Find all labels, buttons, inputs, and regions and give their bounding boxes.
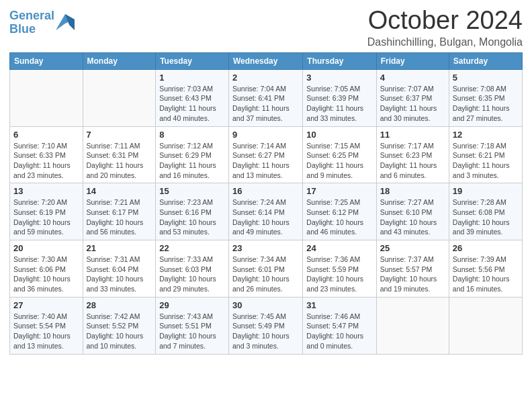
day-info: Sunrise: 7:21 AMSunset: 6:17 PMDaylight:… (87, 197, 152, 237)
header: General Blue October 2024 Dashinchilling… (9, 7, 523, 48)
day-info: Sunrise: 7:24 AMSunset: 6:14 PMDaylight:… (232, 197, 299, 237)
calendar-cell: 30Sunrise: 7:45 AMSunset: 5:49 PMDayligh… (229, 297, 303, 354)
calendar-cell: 10Sunrise: 7:15 AMSunset: 6:25 PMDayligh… (303, 126, 376, 183)
calendar-cell: 23Sunrise: 7:34 AMSunset: 6:01 PMDayligh… (229, 240, 303, 298)
col-thursday: Thursday (303, 52, 376, 69)
day-number: 31 (306, 300, 372, 310)
day-info: Sunrise: 7:11 AMSunset: 6:31 PMDaylight:… (87, 141, 152, 181)
col-saturday: Saturday (449, 52, 522, 69)
day-info: Sunrise: 7:37 AMSunset: 5:57 PMDaylight:… (380, 255, 445, 294)
location-subtitle: Dashinchilling, Bulgan, Mongolia (367, 36, 523, 48)
day-info: Sunrise: 7:33 AMSunset: 6:03 PMDaylight:… (159, 255, 225, 294)
day-number: 14 (87, 186, 152, 196)
logo-bird-icon (56, 14, 75, 30)
calendar-cell: 15Sunrise: 7:23 AMSunset: 6:16 PMDayligh… (156, 183, 229, 240)
calendar-cell: 20Sunrise: 7:30 AMSunset: 6:06 PMDayligh… (10, 240, 83, 298)
day-number: 5 (453, 73, 519, 83)
logo: General Blue (9, 9, 75, 36)
day-info: Sunrise: 7:10 AMSunset: 6:33 PMDaylight:… (13, 141, 79, 181)
day-number: 3 (306, 73, 372, 83)
calendar-cell (10, 69, 83, 126)
calendar-cell: 31Sunrise: 7:46 AMSunset: 5:47 PMDayligh… (303, 297, 376, 354)
calendar-cell: 21Sunrise: 7:31 AMSunset: 6:04 PMDayligh… (83, 240, 156, 298)
logo-text: General (9, 9, 54, 23)
day-info: Sunrise: 7:08 AMSunset: 6:35 PMDaylight:… (453, 84, 519, 124)
day-number: 15 (159, 186, 225, 196)
day-number: 4 (380, 73, 445, 83)
day-info: Sunrise: 7:12 AMSunset: 6:29 PMDaylight:… (159, 141, 225, 181)
day-info: Sunrise: 7:42 AMSunset: 5:52 PMDaylight:… (87, 312, 152, 351)
calendar-cell: 28Sunrise: 7:42 AMSunset: 5:52 PMDayligh… (83, 297, 156, 354)
calendar-cell: 4Sunrise: 7:07 AMSunset: 6:37 PMDaylight… (376, 69, 449, 126)
calendar-cell (449, 297, 522, 354)
day-info: Sunrise: 7:45 AMSunset: 5:49 PMDaylight:… (232, 312, 299, 351)
day-info: Sunrise: 7:14 AMSunset: 6:27 PMDaylight:… (232, 141, 299, 181)
day-info: Sunrise: 7:34 AMSunset: 6:01 PMDaylight:… (232, 255, 299, 294)
day-number: 22 (159, 243, 225, 253)
calendar-cell: 22Sunrise: 7:33 AMSunset: 6:03 PMDayligh… (156, 240, 229, 298)
calendar-cell: 14Sunrise: 7:21 AMSunset: 6:17 PMDayligh… (83, 183, 156, 240)
day-number: 28 (87, 300, 152, 310)
day-info: Sunrise: 7:07 AMSunset: 6:37 PMDaylight:… (380, 84, 445, 124)
day-number: 27 (13, 300, 79, 310)
day-info: Sunrise: 7:15 AMSunset: 6:25 PMDaylight:… (306, 141, 372, 181)
calendar-cell: 5Sunrise: 7:08 AMSunset: 6:35 PMDaylight… (449, 69, 522, 126)
calendar-cell: 11Sunrise: 7:17 AMSunset: 6:23 PMDayligh… (376, 126, 449, 183)
calendar-cell: 26Sunrise: 7:39 AMSunset: 5:56 PMDayligh… (449, 240, 522, 298)
day-info: Sunrise: 7:40 AMSunset: 5:54 PMDaylight:… (13, 312, 79, 351)
calendar-cell: 2Sunrise: 7:04 AMSunset: 6:41 PMDaylight… (229, 69, 303, 126)
col-friday: Friday (376, 52, 449, 69)
calendar-cell: 24Sunrise: 7:36 AMSunset: 5:59 PMDayligh… (303, 240, 376, 298)
day-number: 8 (159, 130, 225, 140)
day-info: Sunrise: 7:18 AMSunset: 6:21 PMDaylight:… (453, 141, 519, 181)
day-number: 6 (13, 130, 79, 140)
day-number: 29 (159, 300, 225, 310)
day-number: 12 (453, 130, 519, 140)
day-info: Sunrise: 7:43 AMSunset: 5:51 PMDaylight:… (159, 312, 225, 351)
title-block: October 2024 Dashinchilling, Bulgan, Mon… (367, 7, 523, 48)
day-number: 7 (87, 130, 152, 140)
calendar-cell: 8Sunrise: 7:12 AMSunset: 6:29 PMDaylight… (156, 126, 229, 183)
calendar-cell: 25Sunrise: 7:37 AMSunset: 5:57 PMDayligh… (376, 240, 449, 298)
day-info: Sunrise: 7:25 AMSunset: 6:12 PMDaylight:… (306, 197, 372, 237)
day-number: 26 (453, 243, 519, 253)
col-wednesday: Wednesday (229, 52, 303, 69)
day-info: Sunrise: 7:05 AMSunset: 6:39 PMDaylight:… (306, 84, 372, 124)
calendar-cell: 29Sunrise: 7:43 AMSunset: 5:51 PMDayligh… (156, 297, 229, 354)
calendar-cell: 17Sunrise: 7:25 AMSunset: 6:12 PMDayligh… (303, 183, 376, 240)
logo-blue-text: Blue (9, 22, 36, 36)
logo-general: General (9, 9, 54, 22)
calendar-cell: 19Sunrise: 7:28 AMSunset: 6:08 PMDayligh… (449, 183, 522, 240)
day-info: Sunrise: 7:23 AMSunset: 6:16 PMDaylight:… (159, 197, 225, 237)
day-number: 10 (306, 130, 372, 140)
day-info: Sunrise: 7:17 AMSunset: 6:23 PMDaylight:… (380, 141, 445, 181)
day-number: 30 (232, 300, 299, 310)
day-number: 24 (306, 243, 372, 253)
day-number: 11 (380, 130, 445, 140)
col-tuesday: Tuesday (156, 52, 229, 69)
day-number: 1 (159, 73, 225, 83)
calendar-cell: 13Sunrise: 7:20 AMSunset: 6:19 PMDayligh… (10, 183, 83, 240)
day-info: Sunrise: 7:27 AMSunset: 6:10 PMDaylight:… (380, 197, 445, 237)
day-info: Sunrise: 7:03 AMSunset: 6:43 PMDaylight:… (159, 84, 225, 124)
calendar-cell: 6Sunrise: 7:10 AMSunset: 6:33 PMDaylight… (10, 126, 83, 183)
col-monday: Monday (83, 52, 156, 69)
calendar-cell: 1Sunrise: 7:03 AMSunset: 6:43 PMDaylight… (156, 69, 229, 126)
day-number: 25 (380, 243, 445, 253)
month-title: October 2024 (367, 7, 523, 35)
day-number: 19 (453, 186, 519, 196)
day-number: 21 (87, 243, 152, 253)
calendar-cell (83, 69, 156, 126)
page: General Blue October 2024 Dashinchilling… (0, 0, 532, 411)
col-sunday: Sunday (10, 52, 83, 69)
calendar-cell: 27Sunrise: 7:40 AMSunset: 5:54 PMDayligh… (10, 297, 83, 354)
day-number: 13 (13, 186, 79, 196)
day-number: 16 (232, 186, 299, 196)
day-info: Sunrise: 7:20 AMSunset: 6:19 PMDaylight:… (13, 197, 79, 237)
calendar-cell: 3Sunrise: 7:05 AMSunset: 6:39 PMDaylight… (303, 69, 376, 126)
day-number: 23 (232, 243, 299, 253)
logo-blue: Blue (9, 23, 54, 36)
day-number: 17 (306, 186, 372, 196)
day-info: Sunrise: 7:46 AMSunset: 5:47 PMDaylight:… (306, 312, 372, 351)
day-info: Sunrise: 7:39 AMSunset: 5:56 PMDaylight:… (453, 255, 519, 294)
